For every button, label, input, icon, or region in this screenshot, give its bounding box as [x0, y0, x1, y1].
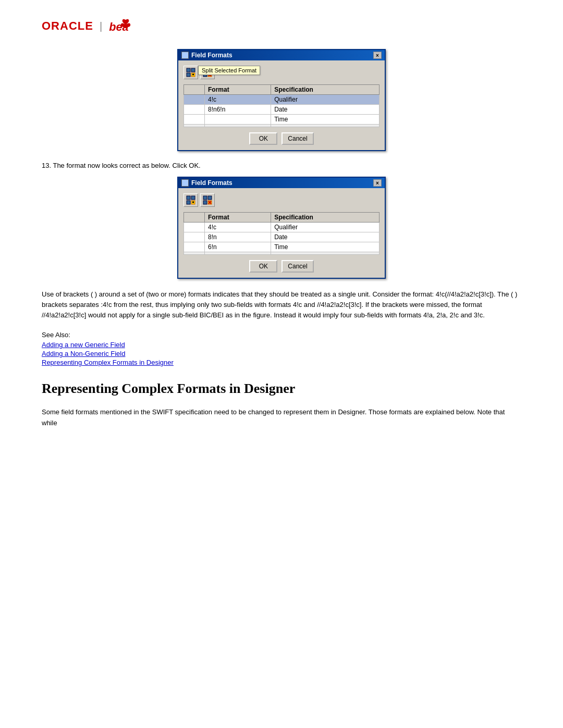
- dialog1-table: Format Specification 4!c Qualifier 8!n6!…: [183, 84, 380, 127]
- table-row[interactable]: 4!c Qualifier: [184, 95, 380, 105]
- dialog2-col-num-header: [184, 213, 205, 223]
- dialog2-add-button[interactable]: [183, 193, 198, 207]
- dialog2-cancel-button[interactable]: Cancel: [282, 260, 313, 273]
- dialog2-title-left: Field Formats: [181, 179, 232, 187]
- dialog1-close-button[interactable]: ×: [373, 52, 382, 59]
- svg-rect-16: [187, 201, 190, 204]
- dialog2-buttons: OK Cancel: [183, 260, 380, 273]
- row-spec: Qualifier: [271, 223, 380, 232]
- row-num: [184, 115, 205, 125]
- logo-area: ORACLE | bea: [42, 16, 521, 36]
- dialog2-title-icon: [181, 179, 189, 187]
- table-row[interactable]: 4!c Qualifier: [184, 223, 380, 232]
- svg-rect-1: [187, 68, 190, 72]
- row-num: [184, 232, 205, 242]
- see-also-link-1[interactable]: Adding a new Generic Field: [42, 341, 521, 349]
- dialog2-delete-button[interactable]: [200, 193, 215, 207]
- dialog1-col-num-header: [184, 85, 205, 95]
- svg-rect-21: [208, 196, 212, 200]
- final-paragraph: Some field formats mentioned in the SWIF…: [42, 407, 521, 428]
- oracle-logo: ORACLE: [42, 19, 93, 33]
- see-also-label: See Also:: [42, 331, 521, 339]
- bea-logo: bea: [108, 16, 133, 36]
- svg-rect-2: [191, 68, 195, 72]
- dialog1-title-left: Field Formats: [181, 52, 232, 59]
- row-spec: Time: [271, 242, 380, 252]
- row-format: 4!c: [205, 223, 271, 232]
- step13-text: 13. The format now looks correct as belo…: [42, 162, 521, 169]
- table-row[interactable]: 6!n Time: [184, 242, 380, 252]
- add-format-button[interactable]: [183, 66, 198, 79]
- row-num: [184, 105, 205, 115]
- row-spec: Date: [271, 232, 380, 242]
- svg-rect-20: [203, 196, 207, 200]
- dialog1-toolbar: Split Selected Format: [183, 66, 380, 79]
- dialog1-buttons: OK Cancel: [183, 132, 380, 145]
- row-spec: Qualifier: [271, 95, 380, 105]
- row-format: 8!n6!n: [205, 105, 271, 115]
- dialog1-title-text: Field Formats: [191, 52, 232, 59]
- row-format: [205, 115, 271, 125]
- dialog1-col-spec-header: Specification: [271, 85, 380, 95]
- dialog2-content: Format Specification 4!c Qualifier 8!n D…: [178, 188, 385, 278]
- dialog2-col-spec-header: Specification: [271, 213, 380, 223]
- dialog2-col-format-header: Format: [205, 213, 271, 223]
- row-spec: Time: [271, 115, 380, 125]
- svg-rect-22: [203, 201, 207, 204]
- field-formats-dialog-1: Field Formats ×: [177, 49, 386, 151]
- dialog2-table: Format Specification 4!c Qualifier 8!n D…: [183, 212, 380, 255]
- dialog2-close-button[interactable]: ×: [373, 179, 382, 187]
- dialog2-ok-button[interactable]: OK: [249, 260, 277, 273]
- see-also-link-3[interactable]: Representing Complex Formats in Designer: [42, 359, 521, 366]
- dialog1-content: Split Selected Format Format Specificati…: [178, 60, 385, 150]
- row-format: 8!n: [205, 232, 271, 242]
- row-num: [184, 95, 205, 105]
- table-row[interactable]: 8!n6!n Date: [184, 105, 380, 115]
- dialog2-toolbar: [183, 193, 380, 207]
- row-format: 6!n: [205, 242, 271, 252]
- table-row[interactable]: 8!n Date: [184, 232, 380, 242]
- table-row: [184, 125, 380, 127]
- dialog2-titlebar: Field Formats ×: [178, 178, 385, 188]
- dialog2-title-text: Field Formats: [191, 179, 232, 187]
- svg-rect-15: [191, 196, 195, 200]
- dialog1-cancel-button[interactable]: Cancel: [282, 132, 313, 145]
- row-spec: Date: [271, 105, 380, 115]
- row-num: [184, 223, 205, 232]
- svg-rect-3: [187, 73, 190, 77]
- body-paragraph: Use of brackets ( ) around a set of (two…: [42, 289, 521, 320]
- table-row: [184, 252, 380, 255]
- svg-rect-14: [187, 196, 190, 200]
- field-formats-dialog-2: Field Formats ×: [177, 177, 386, 279]
- dialog1-titlebar: Field Formats ×: [178, 50, 385, 60]
- dialog1-col-format-header: Format: [205, 85, 271, 95]
- row-format: 4!c: [205, 95, 271, 105]
- table-row[interactable]: Time: [184, 115, 380, 125]
- dialog1-title-icon: [181, 52, 189, 59]
- section-heading: Representing Complex Formats in Designer: [42, 381, 521, 397]
- see-also-links: Adding a new Generic Field Adding a Non-…: [42, 341, 521, 366]
- logo-divider: |: [100, 20, 102, 32]
- see-also-link-2[interactable]: Adding a Non-Generic Field: [42, 350, 521, 357]
- dialog1-ok-button[interactable]: OK: [249, 132, 277, 145]
- row-num: [184, 242, 205, 252]
- split-format-tooltip: Split Selected Format: [198, 66, 260, 75]
